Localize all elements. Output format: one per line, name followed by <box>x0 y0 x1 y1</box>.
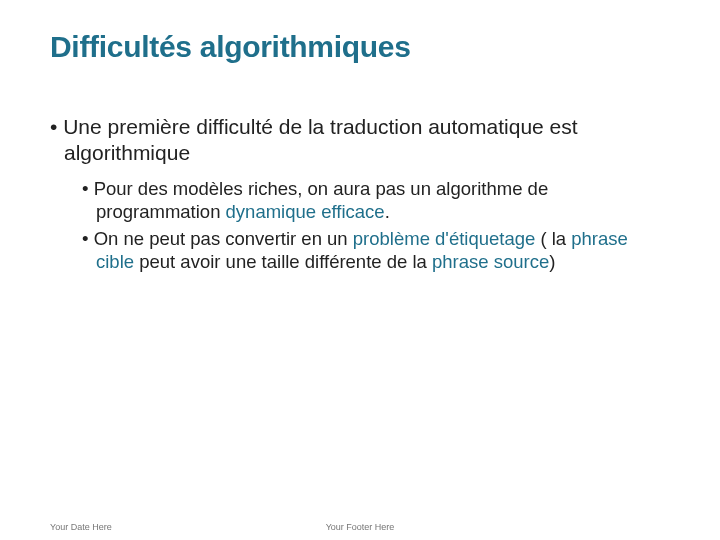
slide: Difficultés algorithmiques Une première … <box>0 0 720 540</box>
highlight-text: phrase source <box>432 251 549 272</box>
bullet-text: . <box>385 201 390 222</box>
highlight-text: dynamique efficace <box>226 201 385 222</box>
bullet-level2: Pour des modèles riches, on aura pas un … <box>82 177 670 223</box>
bullet-text: ( la <box>535 228 571 249</box>
highlight-text: problème d'étiquetage <box>353 228 536 249</box>
bullet-text: On ne peut pas convertir en un <box>94 228 353 249</box>
footer-text: Your Footer Here <box>0 522 720 532</box>
slide-title: Difficultés algorithmiques <box>50 30 670 64</box>
bullet-text: ) <box>549 251 555 272</box>
bullet-text: Une première difficulté de la traduction… <box>63 115 577 164</box>
bullet-level2: On ne peut pas convertir en un problème … <box>82 227 670 273</box>
bullet-level1: Une première difficulté de la traduction… <box>50 114 670 167</box>
bullet-text: peut avoir une taille différente de la <box>134 251 432 272</box>
